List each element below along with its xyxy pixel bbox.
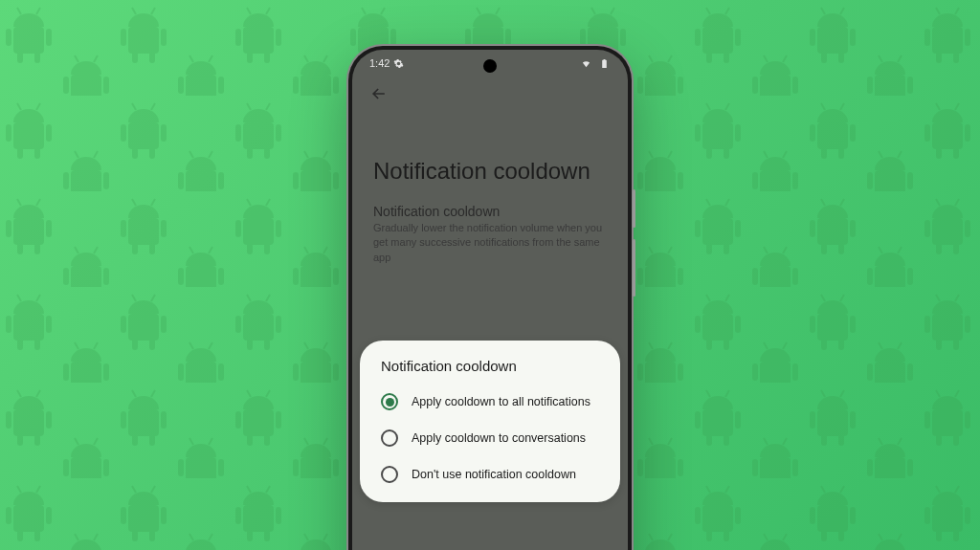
- phone-screen: 1:42 Notification cooldown Notification …: [352, 50, 628, 550]
- radio-label: Apply cooldown to all notifications: [412, 395, 590, 408]
- radio-label: Don't use notification cooldown: [412, 468, 576, 481]
- wifi-icon: [580, 58, 592, 69]
- section-description: Gradually lower the notification volume …: [352, 219, 628, 284]
- status-time: 1:42: [369, 57, 390, 69]
- camera-notch: [483, 59, 497, 73]
- dialog-title: Notification cooldown: [373, 358, 607, 384]
- radio-label: Apply cooldown to conversations: [412, 431, 586, 445]
- section-subtitle: Notification cooldown: [352, 204, 628, 219]
- options-dialog: Notification cooldown Apply cooldown to …: [360, 341, 620, 502]
- gear-icon: [393, 58, 404, 69]
- radio-icon: [381, 429, 398, 447]
- page-title: Notification cooldown: [352, 112, 628, 204]
- radio-option-none[interactable]: Don't use notification cooldown: [373, 456, 607, 493]
- phone-side-buttons: [633, 189, 635, 308]
- radio-icon: [381, 393, 398, 410]
- radio-option-conversations[interactable]: Apply cooldown to conversations: [373, 420, 607, 456]
- back-button[interactable]: [352, 73, 628, 112]
- radio-option-all[interactable]: Apply cooldown to all notifications: [373, 384, 607, 420]
- radio-icon: [381, 466, 398, 483]
- phone-frame: 1:42 Notification cooldown Notification …: [348, 46, 632, 550]
- back-arrow-icon: [369, 84, 389, 103]
- battery-icon: [598, 58, 611, 69]
